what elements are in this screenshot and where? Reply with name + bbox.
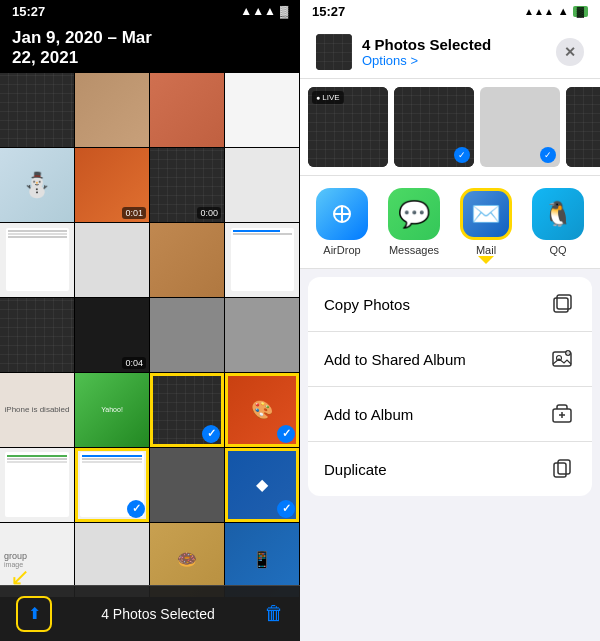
checkmark-icon: ✓ [540, 147, 556, 163]
share-title-area: 4 Photos Selected Options > [316, 34, 491, 70]
messages-label: Messages [389, 244, 439, 256]
photo-cell[interactable]: 0:04 [75, 298, 149, 372]
bottom-bar: ⬆ 4 Photos Selected 🗑 [0, 585, 300, 641]
svg-rect-12 [558, 460, 570, 474]
date-range: Jan 9, 2020 – Mar22, 2021 [12, 28, 288, 69]
copy-photos-label: Copy Photos [324, 296, 410, 313]
share-icon: ⬆ [28, 604, 41, 623]
mail-item[interactable]: ✉️ Mail [460, 188, 512, 256]
photo-thumbnail [316, 34, 352, 70]
svg-rect-1 [554, 298, 568, 312]
svg-rect-11 [554, 463, 566, 477]
battery-icon: ▓ [280, 5, 288, 17]
checkmark-icon: ✓ [202, 425, 220, 443]
photo-strip: ● LIVE ✓ ✓ ✓ [300, 79, 600, 176]
app-icons-row: AirDrop 💬 Messages ✉️ Mail 🐧 QQ [300, 176, 600, 269]
live-badge: ● LIVE [312, 91, 344, 104]
signal-icon: ▲▲▲ [524, 6, 554, 17]
duration-badge: 0:00 [197, 207, 221, 219]
delete-button[interactable]: 🗑 [264, 602, 284, 625]
status-bar-left: 15:27 ▲▲▲ ▓ [0, 0, 300, 22]
duplicate-icon [548, 455, 576, 483]
time-left: 15:27 [12, 4, 45, 19]
svg-rect-2 [557, 295, 571, 309]
battery-icon-right: ▓ [573, 6, 588, 17]
status-icons-right: ▲▲▲ ▲ ▓ [524, 5, 588, 17]
photo-cell[interactable] [225, 148, 299, 222]
photo-cell[interactable] [0, 448, 74, 522]
photo-cell[interactable] [75, 223, 149, 297]
photo-cell-selected[interactable]: ◆ ✓ [225, 448, 299, 522]
photo-cell[interactable]: iPhone is disabled [0, 373, 74, 447]
date-header: Jan 9, 2020 – Mar22, 2021 [0, 22, 300, 73]
photo-cell[interactable] [150, 448, 224, 522]
photo-cell[interactable] [0, 298, 74, 372]
status-icons-left: ▲▲▲ ▓ [240, 4, 288, 18]
duration-badge: 0:01 [122, 207, 146, 219]
photo-cell[interactable] [150, 298, 224, 372]
duplicate-label: Duplicate [324, 461, 387, 478]
status-bar-right: 15:27 ▲▲▲ ▲ ▓ [300, 0, 600, 22]
photo-cell[interactable] [0, 73, 74, 147]
photo-grid: ⛄ 0:01 0:00 [0, 73, 300, 597]
share-header-title: 4 Photos Selected [362, 36, 491, 53]
copy-photos-icon [548, 290, 576, 318]
share-button[interactable]: ⬆ [16, 596, 52, 632]
messages-item[interactable]: 💬 Messages [388, 188, 440, 256]
photo-cell[interactable] [150, 223, 224, 297]
add-shared-album-item[interactable]: Add to Shared Album [308, 332, 592, 387]
add-shared-album-label: Add to Shared Album [324, 351, 466, 368]
qq-item[interactable]: 🐧 QQ [532, 188, 584, 256]
airdrop-label: AirDrop [323, 244, 360, 256]
photo-cell-selected[interactable]: ✓ [75, 448, 149, 522]
time-right: 15:27 [312, 4, 345, 19]
photo-cell[interactable] [75, 73, 149, 147]
photo-cell[interactable]: 0:00 [150, 148, 224, 222]
checkmark-icon: ✓ [277, 500, 295, 518]
airdrop-item[interactable]: AirDrop [316, 188, 368, 256]
wifi-icon-right: ▲ [558, 5, 569, 17]
checkmark-icon: ✓ [277, 425, 295, 443]
share-menu: Copy Photos Add to Shared Album Add to A… [308, 277, 592, 496]
duration-badge: 0:04 [122, 357, 146, 369]
copy-photos-item[interactable]: Copy Photos [308, 277, 592, 332]
share-title-text: 4 Photos Selected Options > [362, 36, 491, 68]
left-panel: 15:27 ▲▲▲ ▓ Jan 9, 2020 – Mar22, 2021 ⛄ … [0, 0, 300, 641]
mail-label: Mail [476, 244, 496, 256]
photo-cell-selected[interactable]: ✓ [150, 373, 224, 447]
add-to-album-item[interactable]: Add to Album [308, 387, 592, 442]
messages-icon: 💬 [388, 188, 440, 240]
duplicate-item[interactable]: Duplicate [308, 442, 592, 496]
strip-photo[interactable]: ✓ [480, 87, 560, 167]
qq-icon: 🐧 [532, 188, 584, 240]
add-to-album-label: Add to Album [324, 406, 413, 423]
photo-cell[interactable] [225, 223, 299, 297]
checkmark-icon: ✓ [127, 500, 145, 518]
add-to-album-icon [548, 400, 576, 428]
photo-cell[interactable] [225, 298, 299, 372]
options-link[interactable]: Options > [362, 53, 491, 68]
selected-count: 4 Photos Selected [101, 606, 215, 622]
photo-cell[interactable]: ⛄ [0, 148, 74, 222]
photo-cell[interactable]: Yahoo! [75, 373, 149, 447]
photo-cell-selected[interactable]: 🎨 ✓ [225, 373, 299, 447]
right-panel: 15:27 ▲▲▲ ▲ ▓ 4 Photos Selected Options … [300, 0, 600, 641]
add-shared-album-icon [548, 345, 576, 373]
strip-photo[interactable]: ● LIVE [308, 87, 388, 167]
checkmark-icon: ✓ [454, 147, 470, 163]
photo-cell[interactable] [150, 73, 224, 147]
strip-photo[interactable]: ✓ [394, 87, 474, 167]
airdrop-icon [316, 188, 368, 240]
live-icon: ● [316, 94, 320, 101]
mail-icon: ✉️ [460, 188, 512, 240]
photo-cell[interactable] [225, 73, 299, 147]
close-button[interactable]: ✕ [556, 38, 584, 66]
photo-cell[interactable] [0, 223, 74, 297]
wifi-icon: ▲▲▲ [240, 4, 276, 18]
share-sheet-header: 4 Photos Selected Options > ✕ [300, 22, 600, 79]
qq-label: QQ [549, 244, 566, 256]
strip-photo[interactable]: ✓ [566, 87, 600, 167]
photo-cell[interactable]: 0:01 [75, 148, 149, 222]
